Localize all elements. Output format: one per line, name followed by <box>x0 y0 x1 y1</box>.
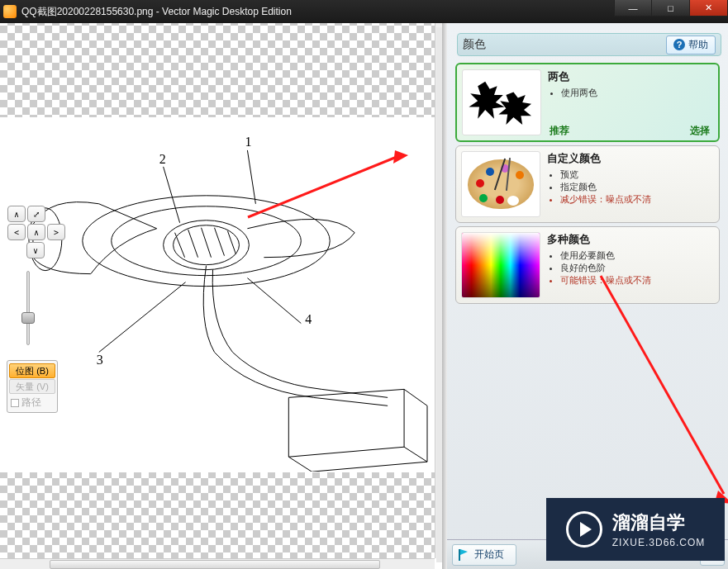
workspace: 1 2 3 4 ∧ ⤢ < ∧ > ∨ <box>0 23 728 569</box>
two-color-icon <box>462 69 541 135</box>
close-button[interactable]: ✕ <box>690 0 728 17</box>
svg-point-3 <box>174 225 240 265</box>
option-footer: 推荐 选择 <box>550 124 710 138</box>
watermark: 溜溜自学 ZIXUE.3D66.COM <box>546 498 725 561</box>
panel-title: 颜色 <box>463 37 486 52</box>
help-button[interactable]: ? 帮助 <box>666 36 716 55</box>
canvas-image[interactable]: 1 2 3 4 <box>0 117 435 472</box>
option-body: 多种颜色 使用必要颜色 良好的色阶 可能错误：噪点或不清 <box>547 232 651 298</box>
option-title: 多种颜色 <box>547 232 651 247</box>
svg-line-11 <box>164 167 180 223</box>
svg-line-12 <box>99 282 186 353</box>
panel-splitter[interactable] <box>442 23 447 569</box>
zoom-slider-track[interactable] <box>26 271 30 345</box>
label-3: 3 <box>97 353 103 367</box>
nav-up-button[interactable]: ∧ <box>7 206 26 222</box>
minimize-button[interactable]: — <box>614 0 652 17</box>
option-bullet: 使用必要颜色 <box>560 249 651 262</box>
title-bar: QQ截图20200228155630.png - Vector Magic De… <box>0 0 728 23</box>
mode-vector-button[interactable]: 矢量 (V) <box>9 379 55 394</box>
spectrum-icon <box>461 232 540 298</box>
footer-right: 选择 <box>690 124 710 138</box>
option-bullet: 预览 <box>560 168 651 181</box>
nav-right-button[interactable]: > <box>47 224 65 240</box>
label-1: 1 <box>245 135 251 149</box>
panel-header: 颜色 ? 帮助 <box>457 33 721 56</box>
option-two-color[interactable]: 两色 使用两色 推荐 选择 <box>455 63 720 142</box>
maximize-button[interactable]: □ <box>652 0 690 17</box>
nav-center-button[interactable]: ∧ <box>27 224 45 240</box>
option-title: 自定义颜色 <box>547 151 651 166</box>
option-bullet-warn: 可能错误：噪点或不清 <box>560 274 651 287</box>
nav-cluster: ∧ ⤢ < ∧ > ∨ <box>7 205 66 259</box>
path-toggle-row[interactable]: 路径 <box>9 395 55 410</box>
option-bullet-warn: 减少错误：噪点或不清 <box>560 193 651 206</box>
mode-bitmap-button[interactable]: 位图 (B) <box>9 363 55 378</box>
option-bullet: 指定颜色 <box>560 181 651 193</box>
path-checkbox[interactable] <box>11 399 19 407</box>
help-label: 帮助 <box>688 38 708 52</box>
svg-line-5 <box>188 230 198 258</box>
window-title: QQ截图20200228155630.png - Vector Magic De… <box>21 5 292 19</box>
svg-line-16 <box>601 276 724 494</box>
zoom-slider-thumb[interactable] <box>21 312 35 324</box>
footer-left: 推荐 <box>550 124 569 138</box>
palette-icon <box>461 151 540 217</box>
svg-rect-18 <box>459 549 460 561</box>
svg-line-10 <box>247 150 255 204</box>
mode-box: 位图 (B) 矢量 (V) 路径 <box>7 360 58 413</box>
annotation-arrow-2 <box>596 271 728 510</box>
option-bullet: 良好的色阶 <box>560 262 651 274</box>
svg-line-13 <box>247 278 301 324</box>
play-icon <box>566 511 602 548</box>
home-flag-icon <box>458 548 469 562</box>
checker-top <box>0 23 435 117</box>
path-label: 路径 <box>21 396 41 410</box>
drawing-svg: 1 2 3 4 <box>0 117 435 472</box>
svg-point-0 <box>83 196 330 287</box>
option-bullet: 使用两色 <box>561 87 597 99</box>
label-4: 4 <box>305 312 312 326</box>
help-icon: ? <box>673 39 685 50</box>
home-button[interactable]: 开始页 <box>452 544 516 566</box>
option-many-colors[interactable]: 多种颜色 使用必要颜色 良好的色阶 可能错误：噪点或不清 <box>455 226 720 304</box>
option-body: 自定义颜色 预览 指定颜色 减少错误：噪点或不清 <box>547 151 651 217</box>
home-label: 开始页 <box>474 548 504 562</box>
option-title: 两色 <box>548 69 597 84</box>
nav-fit-button[interactable]: ⤢ <box>27 206 45 222</box>
svg-marker-19 <box>460 549 468 555</box>
svg-line-6 <box>202 228 212 258</box>
nav-down-button[interactable]: ∨ <box>26 242 45 258</box>
window-buttons: — □ ✕ <box>614 0 728 17</box>
right-panel: 颜色 ? 帮助 两色 使用两色 推荐 选择 <box>446 23 728 569</box>
option-custom-colors[interactable]: 自定义颜色 预览 指定颜色 减少错误：噪点或不清 <box>455 145 720 223</box>
nav-left-button[interactable]: < <box>7 224 26 240</box>
svg-point-2 <box>164 220 250 270</box>
watermark-line2: ZIXUE.3D66.COM <box>612 537 706 548</box>
checker-bottom <box>0 472 435 558</box>
app-icon <box>3 5 17 18</box>
canvas-area: 1 2 3 4 ∧ ⤢ < ∧ > ∨ <box>0 23 446 569</box>
label-2: 2 <box>159 152 166 166</box>
svg-line-7 <box>214 228 224 256</box>
watermark-line1: 溜溜自学 <box>612 510 706 535</box>
canvas-hscroll[interactable] <box>0 558 435 569</box>
